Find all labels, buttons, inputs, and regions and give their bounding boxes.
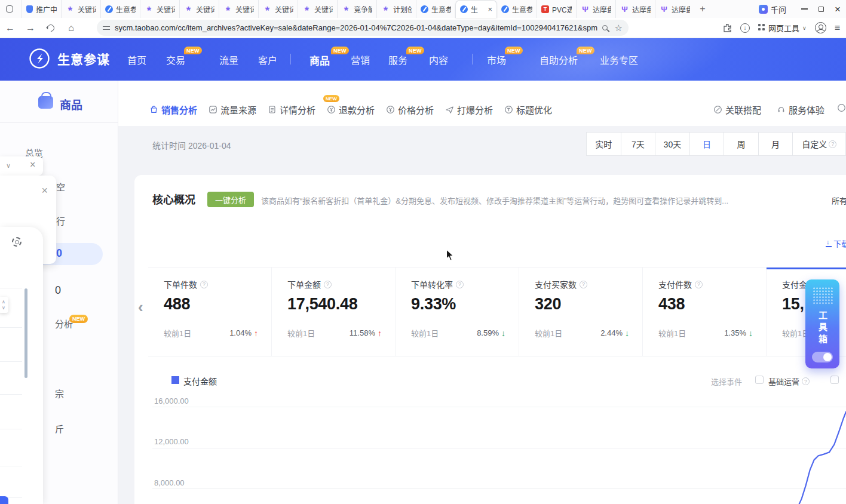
metric-card-order-items[interactable]: 下单件数? 488 较前1日1.04%↑ [148,268,272,356]
sidebar-item-fragment[interactable]: 0 [55,284,61,297]
browser-tab[interactable]: *关键词 [61,0,100,18]
minimize-button[interactable] [796,0,813,18]
sidebar-item-fragment[interactable]: 宗 [55,387,64,399]
browser-tab[interactable]: 生意参 [497,0,537,18]
date-type-day[interactable]: 日 [689,133,724,155]
bookmark-star-icon[interactable]: ☆ [615,23,623,33]
sidebar-item-fragment[interactable]: 空 [56,180,65,193]
metric-card-order-amount[interactable]: 下单金额? 17,540.48 较前1日11.58%↑ [272,268,396,356]
stat-time: 统计时间 2026-01-04 [152,139,231,151]
nav-service[interactable]: 服务NEW [388,53,407,67]
url-field[interactable]: sycm.taobao.com/cc/item_archives?activeK… [97,20,629,36]
tab-refund-analysis[interactable]: NEW 退款分析 [327,103,375,116]
metric-card-pay-items[interactable]: 支付件数? 438 较前1日1.35%↓ [643,268,767,356]
browser-tab[interactable]: Ψ达摩盘 [615,0,655,18]
overlay-panel[interactable] [0,227,43,504]
nav-traffic[interactable]: 流量 [219,53,238,67]
nav-business-zone[interactable]: 业务专区 [600,53,638,67]
nav-home[interactable]: 首页 [127,53,146,67]
zoom-icon[interactable] [602,25,608,30]
metric-card-pay-buyers[interactable]: 支付买家数? 320 较前1日2.44%↓ [519,268,643,356]
browser-tab[interactable]: *竞争解 [337,0,376,18]
download-link[interactable]: 下载 [826,238,846,249]
browser-tab[interactable]: *关键词 [258,0,298,18]
link-related-match[interactable]: 关联搭配 [713,103,761,116]
metric-value: 9.33% [411,295,507,314]
forward-button[interactable]: → [20,23,41,33]
profile-avatar[interactable] [815,22,826,33]
tab-sales-analysis[interactable]: 销售分析 [149,103,197,116]
browser-tab[interactable]: 生意参 [100,0,140,18]
second-event-checkbox[interactable] [830,376,839,384]
nav-trade[interactable]: 交易NEW [166,53,185,67]
clipped-tab-icon[interactable] [837,103,846,114]
metric-card-conversion[interactable]: 下单转化率? 9.33% 较前1日8.59%↓ [396,268,519,356]
one-click-analyze-button[interactable]: 一键分析 [207,192,254,207]
browser-tab[interactable]: *关键词 [179,0,219,18]
overview-more-link[interactable]: 所有 [832,195,846,206]
browser-tab[interactable]: TPVC透 [537,0,576,18]
payment-amount-line-chart[interactable] [152,388,846,504]
web-tools-menu[interactable]: 网页工具∨ [758,22,807,33]
nav-self-analysis[interactable]: 自助分析NEW [540,53,578,67]
base-ops-checkbox[interactable] [755,376,764,384]
browser-tab[interactable]: 生意参 [416,0,455,18]
home-button[interactable]: ⌂ [61,23,81,33]
close-icon[interactable]: × [30,160,35,170]
sidebar-item-fragment[interactable]: 斤 [55,422,64,435]
date-type-week[interactable]: 周 [724,133,758,155]
tab-detail-analysis[interactable]: 详情分析 [268,103,315,116]
tab-price-analysis[interactable]: 价格分析 [386,103,434,116]
qianwen-button[interactable]: 千问 [759,4,786,15]
browser-tab[interactable]: 推广中 [22,0,61,18]
browser-tab-active[interactable]: 生× [455,0,497,18]
back-button[interactable]: ← [0,23,20,33]
sidebar-item-fragment[interactable]: 行 [56,214,65,227]
gear-icon[interactable] [12,237,22,247]
close-tab-icon[interactable]: × [488,5,492,13]
brand-title[interactable]: 生意参谋 [57,50,110,67]
date-type-month[interactable]: 月 [758,133,793,155]
browser-tab[interactable]: *关键词 [219,0,258,18]
scrollbar-thumb[interactable] [24,288,27,378]
nav-customer[interactable]: 客户 [258,53,277,67]
browser-tab[interactable]: Ψ达摩盘 [576,0,615,18]
toolbox-widget[interactable]: 工具箱 [805,279,839,368]
nav-market[interactable]: 市场NEW [487,53,506,67]
tab-traffic-source[interactable]: 流量来源 [209,103,256,116]
browser-tab[interactable]: *关键词 [140,0,179,18]
link-service-experience[interactable]: 服务体验 [777,103,824,116]
extensions-puzzle-icon[interactable] [722,23,732,33]
date-type-7d[interactable]: 7天 [621,133,655,155]
sidebar-item-active-fragment[interactable]: 0 [56,247,62,260]
tab-title-optimize[interactable]: 标题优化 [504,103,552,116]
browser-tab[interactable]: *关键词 [298,0,337,18]
mini-popup[interactable]: ∨ × [0,156,43,176]
browser-tab[interactable]: *计划创 [376,0,416,18]
site-info-icon[interactable] [103,25,110,31]
nav-marketing[interactable]: 营销 [351,53,370,67]
nav-product[interactable]: 商品NEW [309,53,330,67]
date-type-30d[interactable]: 30天 [655,133,689,155]
floating-corner-button[interactable] [0,496,8,504]
collapse-handle[interactable]: ∧∨ [0,297,8,313]
cards-prev-chevron-icon[interactable]: ‹ [138,299,143,315]
maximize-button[interactable] [813,0,829,18]
toolbox-toggle[interactable] [812,352,833,362]
reload-button[interactable] [41,24,61,32]
date-type-custom[interactable]: 自定义? [792,133,845,155]
date-type-realtime[interactable]: 实时 [587,133,621,155]
chevron-down-icon: ∨ [2,305,5,311]
tab-hit-analysis[interactable]: 打爆分析 [445,103,493,116]
link-icon [713,105,722,114]
new-tab-button[interactable]: + [694,1,711,17]
download-icon[interactable]: ↓ [740,23,750,33]
close-icon[interactable]: × [41,185,48,196]
browser-tab[interactable]: Ψ达摩盘 [655,0,694,18]
close-window-button[interactable]: × [829,0,846,18]
legend-label[interactable]: 支付金额 [183,375,217,387]
chevron-down-icon[interactable]: ∨ [6,162,11,170]
nav-content[interactable]: 内容 [429,53,448,67]
browser-menu-icon[interactable]: ≡ [835,23,840,33]
tab-search-button[interactable] [0,0,22,18]
